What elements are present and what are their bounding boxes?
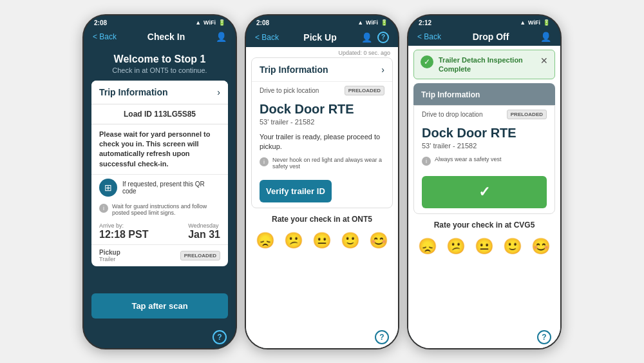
signal-icon-2: ▲	[357, 19, 363, 26]
bottom-bar-1: ?	[84, 326, 236, 348]
back-button-2[interactable]: < Back	[255, 33, 279, 42]
trip-info-header-1: Trip Information ›	[91, 81, 228, 104]
back-button-1[interactable]: < Back	[93, 32, 117, 41]
wifi-icon-2: WiFi	[366, 19, 378, 26]
emoji-4-3[interactable]: 🙂	[503, 237, 522, 255]
nav-bar-1: < Back Check In 👤	[84, 28, 236, 46]
preloaded-badge-3: PRELOADED	[507, 110, 547, 119]
drive-location-row-2: Drive to pick location PRELOADED	[252, 82, 392, 99]
drive-location-row-3: Drive to drop location PRELOADED	[414, 106, 554, 123]
welcome-subtitle: Check in at ONT5 to continue.	[91, 66, 228, 74]
help-button-3[interactable]: ?	[537, 330, 551, 344]
blurred-title: Trip Information	[421, 90, 480, 99]
help-icon-2[interactable]: ?	[377, 32, 389, 43]
arrive-col-right: Wednesday Jan 31	[188, 222, 220, 240]
emoji-2-2[interactable]: 😕	[284, 231, 303, 250]
dock-door-2: Dock Door RTE	[252, 99, 392, 118]
wifi-icon-3: WiFi	[528, 19, 540, 26]
arrive-time: 12:18 PST	[99, 229, 148, 240]
signal-icon-1: ▲	[195, 19, 201, 26]
arrive-col-left: Arrive by: 12:18 PST	[99, 222, 148, 240]
help-button-1[interactable]: ?	[213, 330, 227, 344]
battery-icon-3: 🔋	[543, 19, 550, 26]
safety-row-2: i Never hook on red light and always wea…	[252, 154, 392, 175]
drive-location-2: Drive to pick location	[260, 87, 319, 94]
trip-info-card-1[interactable]: Trip Information › Load ID 113LG5S85 Ple…	[91, 81, 228, 267]
status-bar-3: 2:12 ▲ WiFi 🔋	[408, 15, 560, 28]
preloaded-badge-1: PRELOADED	[180, 251, 220, 260]
emoji-row-3: 😞 😕 😐 🙂 😊	[413, 235, 555, 258]
dropoff-card: Drive to drop location PRELOADED Dock Do…	[413, 105, 555, 214]
status-icons-1: ▲ WiFi 🔋	[195, 19, 225, 26]
safety-row-3: i Always wear a safety vest	[414, 153, 554, 171]
nav-title-3: Drop Off	[473, 32, 509, 42]
ready-text-2: Your trailer is ready, please proceed to…	[252, 130, 392, 155]
tap-after-scan-button[interactable]: Tap after scan	[91, 293, 228, 319]
battery-icon-2: 🔋	[381, 19, 388, 26]
arrive-day: Wednesday	[188, 222, 220, 229]
phone-1: 2:08 ▲ WiFi 🔋 < Back Check In 👤 Welcome …	[82, 14, 237, 349]
rate-section-3: Rate your check in at CVG5 😞 😕 😐 🙂 😊	[408, 214, 560, 262]
pickup-label: Pickup	[99, 249, 120, 256]
help-button-2[interactable]: ?	[375, 330, 389, 344]
arrive-label: Arrive by:	[99, 222, 148, 229]
verify-btn-2[interactable]: Verify trailer ID	[260, 180, 332, 202]
chevron-icon-1: ›	[217, 87, 220, 97]
emoji-5-3[interactable]: 😊	[531, 237, 551, 255]
blurred-trip-header: Trip Information	[413, 83, 555, 105]
trip-card-header-2: Trip Information ›	[252, 58, 392, 82]
trip-info-title-2: Trip Information	[260, 64, 328, 75]
signal-icon-3: ▲	[520, 19, 526, 26]
back-button-3[interactable]: < Back	[417, 32, 441, 41]
safety-text-3: Always wear a safety vest	[435, 156, 502, 162]
arrive-date: Jan 31	[188, 229, 220, 240]
pickup-row: Pickup Trailer PRELOADED	[91, 244, 228, 266]
notif-text: Trailer Detach Inspection Complete	[439, 55, 535, 74]
emoji-1-2[interactable]: 😞	[256, 231, 275, 250]
safety-icon-2: i	[260, 157, 269, 166]
nav-bar-3: < Back Drop Off 👤	[408, 28, 560, 46]
time-2: 2:08	[256, 19, 269, 26]
user-icon-3: 👤	[540, 32, 551, 42]
trailer-info-3: 53' trailer - 21582	[414, 142, 554, 153]
phone1-body: Welcome to Stop 1 Check in at ONT5 to co…	[84, 46, 236, 326]
phone-2: 2:08 ▲ WiFi 🔋 < Back Pick Up 👤 ? Updated…	[245, 14, 399, 349]
notif-close-button[interactable]: ✕	[540, 55, 548, 66]
preloaded-badge-2: PRELOADED	[345, 86, 384, 95]
emoji-1-3[interactable]: 😞	[418, 237, 437, 255]
dock-door-3: Dock Door RTE	[414, 123, 554, 142]
rate-title-3: Rate your check in at CVG5	[413, 221, 555, 230]
pickup-info: Pickup Trailer	[99, 249, 120, 262]
status-bar-1: 2:08 ▲ WiFi 🔋	[84, 15, 236, 28]
wifi-icon-1: WiFi	[204, 19, 216, 26]
emoji-5-2[interactable]: 😊	[369, 231, 388, 250]
emoji-row-2: 😞 😕 😐 🙂 😊	[251, 229, 393, 252]
status-bar-2: 2:08 ▲ WiFi 🔋	[246, 15, 398, 28]
phone2-body: Updated: 0 sec. ago Trip Information › D…	[246, 47, 398, 348]
user-icon-1: 👤	[216, 32, 227, 42]
welcome-title: Welcome to Stop 1	[91, 54, 228, 65]
pickup-sub: Trailer	[99, 256, 120, 262]
guard-row: i Wait for guard instructions and follow…	[91, 201, 228, 219]
chevron-icon-2: ›	[381, 64, 384, 75]
trip-card-2[interactable]: Trip Information › Drive to pick locatio…	[251, 57, 393, 209]
emoji-3-3[interactable]: 😐	[475, 237, 494, 255]
user-icon-2: 👤	[361, 32, 372, 43]
trip-info-title-1: Trip Information	[99, 87, 168, 97]
trailer-info-2: 53' trailer - 21582	[252, 118, 392, 130]
drive-location-3: Drive to drop location	[422, 111, 483, 118]
phone-3: 2:12 ▲ WiFi 🔋 < Back Drop Off 👤 ✓ Traile…	[407, 14, 562, 349]
nav-icons-3: 👤	[540, 32, 551, 42]
status-icons-3: ▲ WiFi 🔋	[520, 19, 550, 26]
notif-check-icon: ✓	[421, 55, 433, 68]
checkmark-btn[interactable]: ✓	[422, 176, 547, 208]
info-icon-1: i	[99, 204, 108, 213]
nav-icons-2: 👤 ?	[361, 32, 389, 43]
bottom-bar-2: ?	[246, 326, 398, 348]
emoji-3-2[interactable]: 😐	[312, 231, 332, 250]
rate-title-2: Rate your check in at ONT5	[251, 215, 393, 224]
qr-text: If requested, present this QR code	[122, 181, 220, 195]
qr-row: ⊞ If requested, present this QR code	[91, 174, 228, 201]
emoji-2-3[interactable]: 😕	[446, 237, 466, 255]
emoji-4-2[interactable]: 🙂	[341, 231, 360, 250]
